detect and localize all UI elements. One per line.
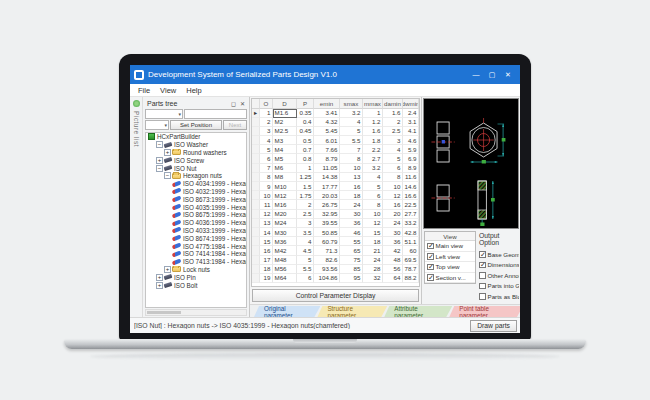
table-cell[interactable]: 71.3 <box>314 246 340 255</box>
table-cell[interactable]: 4 <box>340 118 363 127</box>
table-cell[interactable]: 48 <box>383 256 403 265</box>
table-cell[interactable]: M3 <box>273 136 297 145</box>
tree-item[interactable]: ISO 7413:1984 - Hexagon <box>146 258 246 266</box>
table-cell[interactable]: 3 <box>297 219 314 228</box>
table-cell[interactable]: 24 <box>340 200 363 209</box>
row-selector[interactable] <box>252 173 260 182</box>
table-cell[interactable]: 4 <box>383 145 403 154</box>
table-cell[interactable]: 18 <box>260 265 273 274</box>
table-cell[interactable]: M24 <box>273 219 297 228</box>
table-cell[interactable]: 12 <box>260 210 273 219</box>
table-cell[interactable]: 6.01 <box>314 136 340 145</box>
expand-icon[interactable]: + <box>164 149 171 156</box>
scrollbar-thumb[interactable] <box>147 311 181 314</box>
table-cell[interactable]: M64 <box>273 274 297 283</box>
table-cell[interactable]: 60 <box>403 246 419 255</box>
table-cell[interactable]: 0.35 <box>297 109 314 118</box>
table-cell[interactable]: 1.8 <box>363 136 383 145</box>
filter-combo[interactable]: ▾ <box>145 109 183 119</box>
table-cell[interactable]: M42 <box>273 246 297 255</box>
tab-point-table-parameter[interactable]: Point table parameter <box>449 306 520 317</box>
table-cell[interactable]: 15 <box>363 228 383 237</box>
table-cell[interactable]: 24 <box>383 219 403 228</box>
table-cell[interactable]: 82.6 <box>314 256 340 265</box>
table-cell[interactable]: 13 <box>260 219 273 228</box>
table-cell[interactable]: 26.75 <box>314 200 340 209</box>
table-cell[interactable]: 0.7 <box>297 145 314 154</box>
table-cell[interactable]: 12 <box>383 191 403 200</box>
collapse-icon[interactable]: − <box>156 141 163 148</box>
table-cell[interactable]: 15 <box>260 237 273 246</box>
table-cell[interactable]: 2.7 <box>363 154 383 163</box>
table-cell[interactable]: M10 <box>273 182 297 191</box>
tree-horizontal-scrollbar[interactable] <box>145 309 247 316</box>
tree-item[interactable]: HCxPartBuilder <box>146 133 246 141</box>
table-cell[interactable]: 14.38 <box>314 173 340 182</box>
table-cell[interactable]: 5 <box>260 145 273 154</box>
table-cell[interactable]: 3.41 <box>314 109 340 118</box>
table-cell[interactable]: 1.6 <box>363 127 383 136</box>
next-button[interactable]: Next <box>223 120 247 130</box>
table-cell[interactable]: 1 <box>363 109 383 118</box>
table-cell[interactable]: M1.6 <box>273 109 297 118</box>
table-cell[interactable]: M16 <box>273 200 297 209</box>
table-cell[interactable]: 14.6 <box>403 182 419 191</box>
tree-item[interactable]: +Round washers <box>146 149 246 157</box>
tree-item[interactable]: −Hexagon nuts <box>146 172 246 180</box>
row-selector[interactable] <box>252 219 260 228</box>
table-cell[interactable]: 3.2 <box>340 109 363 118</box>
table-cell[interactable]: 20 <box>383 210 403 219</box>
table-cell[interactable]: 7 <box>260 164 273 173</box>
table-cell[interactable]: 42.8 <box>403 228 419 237</box>
table-cell[interactable]: M30 <box>273 228 297 237</box>
table-cell[interactable]: 33.2 <box>403 219 419 228</box>
table-cell[interactable]: 32.95 <box>314 210 340 219</box>
table-cell[interactable]: 65 <box>340 246 363 255</box>
table-cell[interactable]: 5 <box>363 182 383 191</box>
cad-preview[interactable] <box>423 98 519 229</box>
tree-item[interactable]: ISO 4036:1999 - Hexagon <box>146 219 246 227</box>
table-cell[interactable]: 12 <box>363 219 383 228</box>
table-cell[interactable]: 64 <box>383 274 403 283</box>
table-cell[interactable]: 10 <box>383 182 403 191</box>
table-cell[interactable]: 4.5 <box>297 246 314 255</box>
menu-item-help[interactable]: Help <box>181 86 206 95</box>
table-cell[interactable]: 1.75 <box>297 191 314 200</box>
table-cell[interactable]: M20 <box>273 210 297 219</box>
table-cell[interactable]: 1.25 <box>297 173 314 182</box>
table-cell[interactable]: 10 <box>340 164 363 173</box>
tree-item[interactable]: ISO 4033:1999 - Hexagon <box>146 227 246 235</box>
table-cell[interactable]: 6 <box>383 164 403 173</box>
table-cell[interactable]: 16 <box>260 246 273 255</box>
table-cell[interactable]: 36 <box>340 219 363 228</box>
checkbox[interactable] <box>479 262 486 269</box>
table-cell[interactable]: 1.6 <box>383 109 403 118</box>
table-cell[interactable]: 0.8 <box>297 154 314 163</box>
table-cell[interactable]: 39.55 <box>314 219 340 228</box>
table-cell[interactable]: 56 <box>383 265 403 274</box>
table-cell[interactable]: 3.2 <box>363 164 383 173</box>
table-cell[interactable]: 2.2 <box>363 145 383 154</box>
checkbox[interactable] <box>479 293 486 300</box>
table-cell[interactable]: 8.79 <box>314 154 340 163</box>
tree-item[interactable]: +ISO Screw <box>146 156 246 164</box>
table-cell[interactable]: 22.5 <box>403 200 419 209</box>
table-cell[interactable]: 50.85 <box>314 228 340 237</box>
table-cell[interactable]: 16 <box>383 200 403 209</box>
table-cell[interactable]: 4.1 <box>403 127 419 136</box>
table-cell[interactable]: 7.66 <box>314 145 340 154</box>
table-cell[interactable]: M36 <box>273 237 297 246</box>
tree-item[interactable]: ISO 4775:1984 - Hexagon <box>146 242 246 250</box>
table-cell[interactable]: 8 <box>383 173 403 182</box>
table-cell[interactable]: M8 <box>273 173 297 182</box>
table-cell[interactable]: 8.9 <box>403 164 419 173</box>
checkbox[interactable] <box>479 283 486 290</box>
expand-icon[interactable]: + <box>164 266 171 273</box>
table-cell[interactable]: 1 <box>297 164 314 173</box>
table-cell[interactable]: 2 <box>297 200 314 209</box>
table-cell[interactable]: 17 <box>260 256 273 265</box>
table-cell[interactable]: 8 <box>340 154 363 163</box>
table-cell[interactable]: 5.45 <box>314 127 340 136</box>
table-cell[interactable]: 46 <box>340 228 363 237</box>
table-cell[interactable]: 3 <box>383 136 403 145</box>
